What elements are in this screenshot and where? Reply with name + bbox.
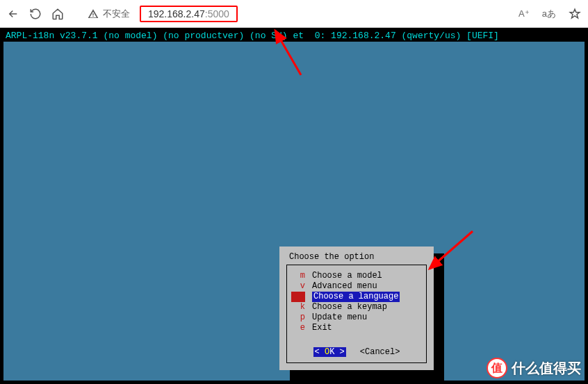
home-icon[interactable]: [51, 8, 64, 20]
menu-item[interactable]: mChoose a model: [291, 271, 422, 281]
menu-item[interactable]: vAdvanced menu: [291, 281, 422, 292]
menu-label: Update menu: [312, 312, 367, 323]
watermark: 值 什么值得买: [487, 358, 581, 378]
menu-key: v: [291, 281, 305, 292]
url-port: :5000: [205, 8, 229, 19]
address-bar[interactable]: 不安全 192.168.2.47:5000: [88, 6, 509, 22]
menu-key: e: [291, 323, 305, 333]
menu-key: k: [291, 302, 305, 312]
menu-item[interactable]: eExit: [291, 323, 422, 333]
menu-list: mChoose a modelvAdvanced menulChoose a l…: [291, 271, 422, 333]
watermark-badge-icon: 值: [487, 358, 507, 378]
menu-key: l: [291, 292, 305, 302]
ok-button[interactable]: < OK >: [313, 347, 346, 357]
back-icon[interactable]: [7, 8, 19, 20]
toolbar-right: A⁺ aあ: [518, 8, 581, 20]
menu-key: p: [291, 312, 305, 323]
translate-icon[interactable]: aあ: [542, 8, 556, 20]
menu-item[interactable]: kChoose a keymap: [291, 302, 422, 312]
menu-item[interactable]: pUpdate menu: [291, 312, 422, 323]
menu-label: Choose a keymap: [312, 302, 387, 312]
browser-toolbar: 不安全 192.168.2.47:5000 A⁺ aあ: [0, 0, 588, 28]
cancel-button[interactable]: <Cancel>: [360, 347, 400, 357]
warning-icon: [88, 8, 99, 19]
refresh-icon[interactable]: [29, 8, 42, 20]
menu-label: Advanced menu: [312, 281, 377, 292]
dialog-buttons: < OK > <Cancel>: [291, 347, 422, 357]
menu-key: m: [291, 271, 305, 281]
menu-item[interactable]: lChoose a language: [291, 292, 422, 302]
terminal-area: ARPL-i18n v23.7.1 (no model) (no product…: [0, 28, 588, 384]
option-dialog: Choose the option mChoose a modelvAdvanc…: [279, 247, 434, 370]
dialog-title: Choose the option: [286, 252, 427, 262]
url-host: 192.168.2.47: [148, 8, 205, 19]
text-size-icon[interactable]: A⁺: [518, 8, 530, 19]
dialog-body: mChoose a modelvAdvanced menulChoose a l…: [286, 265, 427, 363]
watermark-text: 什么值得买: [512, 359, 581, 378]
security-label: 不安全: [103, 8, 130, 20]
menu-label: Exit: [312, 323, 332, 333]
menu-label: Choose a language: [312, 292, 400, 302]
favorite-icon[interactable]: [569, 8, 581, 20]
menu-label: Choose a model: [312, 271, 382, 281]
url-display: 192.168.2.47:5000: [140, 6, 238, 22]
